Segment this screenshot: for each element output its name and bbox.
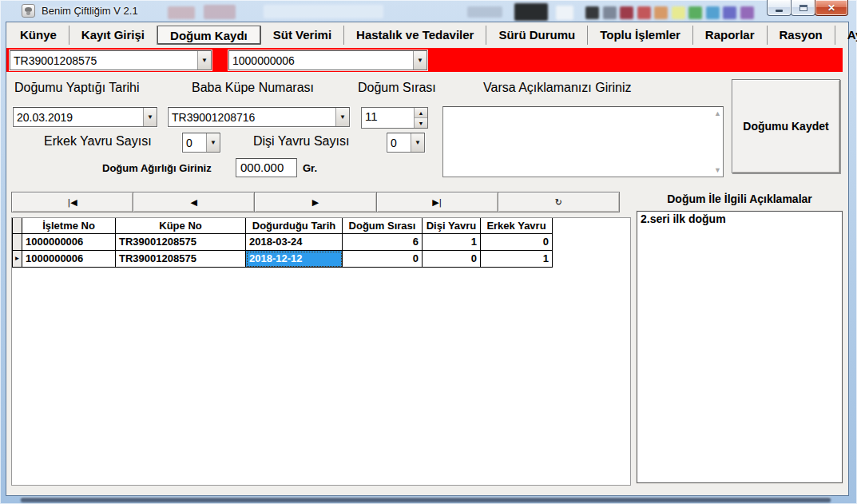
female-count-label: Dişi Yavru Sayısı: [253, 134, 349, 149]
glass-artifact: [706, 6, 720, 19]
nav-last-button[interactable]: ▶|: [376, 192, 498, 212]
female-count-value: 0: [387, 137, 411, 149]
grid-cell[interactable]: TR39001208575: [116, 251, 246, 268]
glass-artifact: [603, 6, 617, 19]
glass-artifact: [654, 6, 668, 19]
grid-cell[interactable]: 2018-03-24: [246, 234, 343, 251]
birth-weight-input[interactable]: 000.000: [236, 158, 297, 177]
table-row[interactable]: ►1000000006TR390012085752018-12-12001: [12, 251, 630, 268]
table-row[interactable]: 1000000006TR390012085752018-03-24610: [12, 234, 630, 251]
farm-no-combobox[interactable]: 1000000006 ▼: [228, 50, 427, 70]
note-label: Varsa Açıklamanızı Giriniz: [483, 81, 632, 95]
app-window: Benim Çiftliğim V 2.1 ✕ KünyeKayıt Giriş…: [0, 0, 857, 504]
maximize-button[interactable]: [791, 0, 815, 16]
chevron-down-icon[interactable]: ▼: [335, 108, 349, 126]
nav-next-button[interactable]: ▶: [254, 192, 376, 212]
tab-suru-durumu[interactable]: Sürü Durumu: [486, 26, 588, 45]
column-header: Dişi Yavru: [423, 218, 481, 234]
animal-selection-bar: TR39001208575 ▼ 1000000006 ▼: [6, 48, 843, 72]
window-controls: ✕: [768, 0, 848, 16]
farm-no-value: 1000000006: [229, 54, 413, 67]
birth-order-value: 11: [362, 108, 414, 128]
tab-raporlar[interactable]: Raporlar: [693, 26, 768, 45]
female-count-combobox[interactable]: 0 ▼: [387, 133, 425, 153]
glass-artifact: [672, 6, 685, 19]
birth-date-picker[interactable]: 20.03.2019 ▼: [13, 107, 157, 127]
last-icon: ▶|: [432, 197, 442, 208]
current-row-pointer-icon: ►: [12, 251, 22, 268]
spinner-buttons: ▲ ▼: [414, 108, 427, 128]
row-gutter: [12, 234, 22, 251]
weight-unit-label: Gr.: [303, 162, 317, 174]
nav-refresh-button[interactable]: ↻: [498, 192, 620, 212]
glass-artifact: [585, 6, 599, 19]
scroll-up-icon[interactable]: ▲: [714, 109, 721, 117]
glass-artifact: [620, 6, 633, 19]
chevron-down-icon[interactable]: ▼: [206, 133, 220, 152]
birth-weight-label: Doğum Ağırlığı Giriniz: [102, 162, 212, 174]
grid-cell[interactable]: 2018-12-12: [246, 251, 343, 268]
male-count-combobox[interactable]: 0 ▼: [182, 133, 220, 153]
minimize-button[interactable]: [767, 0, 792, 16]
grid-cell[interactable]: 0: [423, 251, 481, 268]
column-header: Küpe No: [116, 218, 246, 234]
column-header: Doğum Sırası: [343, 218, 423, 234]
chevron-down-icon[interactable]: ▼: [411, 133, 424, 152]
tab-kunye[interactable]: Künye: [8, 26, 69, 45]
male-count-label: Erkek Yavru Sayısı: [44, 134, 152, 149]
tab-toplu-islemler[interactable]: Toplu İşlemler: [588, 26, 693, 45]
tab-ayarlar[interactable]: Ayarlar: [835, 26, 857, 45]
save-birth-button[interactable]: Doğumu Kaydet: [732, 79, 840, 173]
male-count-value: 0: [183, 137, 206, 149]
grid-cell[interactable]: 1: [423, 234, 481, 251]
scroll-down-icon[interactable]: ▼: [714, 166, 721, 174]
tab-sut-verimi[interactable]: Süt Verimi: [261, 26, 344, 45]
tab-rasyon[interactable]: Rasyon: [768, 26, 835, 45]
animal-tag-combobox[interactable]: TR39001208575 ▼: [10, 50, 212, 70]
app-icon: [22, 4, 35, 18]
tab-hastalik-ve-tedaviler[interactable]: Hastalık ve Tedaviler: [344, 26, 486, 45]
birth-date-value: 20.03.2019: [14, 111, 143, 124]
grid-cell[interactable]: 1: [481, 251, 553, 268]
tab-kayit-girisi[interactable]: Kayıt Girişi: [69, 26, 157, 45]
glass-artifact: [688, 6, 702, 19]
next-icon: ▶: [312, 197, 319, 208]
nav-first-button[interactable]: |◀: [11, 192, 133, 212]
birth-order-label: Doğum Sırası: [358, 81, 436, 95]
grid-cell[interactable]: 0: [481, 234, 553, 251]
close-button[interactable]: ✕: [815, 0, 848, 16]
note-textarea[interactable]: ▲ ▼: [442, 106, 724, 177]
title-bar[interactable]: Benim Çiftliğim V 2.1 ✕: [0, 0, 857, 22]
window-border-smudge: [21, 498, 831, 502]
spinner-up-icon[interactable]: ▲: [415, 108, 427, 118]
grid-header-gutter: [12, 218, 22, 234]
spinner-down-icon[interactable]: ▼: [415, 118, 427, 128]
birth-order-spinner[interactable]: 11 ▲ ▼: [361, 107, 428, 129]
birth-notes-listbox[interactable]: 2.seri ilk doğum: [637, 211, 843, 483]
nav-prev-button[interactable]: ◀: [133, 192, 255, 212]
grid-cell[interactable]: 1000000006: [22, 234, 116, 251]
save-birth-button-label: Doğumu Kaydet: [743, 120, 828, 133]
chevron-down-icon[interactable]: ▼: [143, 108, 157, 126]
list-item[interactable]: 2.seri ilk doğum: [637, 212, 842, 226]
column-header: Erkek Yavru: [481, 218, 553, 234]
chevron-down-icon[interactable]: ▼: [413, 51, 427, 69]
tab-dogum-kaydi[interactable]: Doğum Kaydı: [157, 26, 261, 45]
refresh-icon: ↻: [555, 197, 562, 208]
birth-date-label: Doğumu Yaptığı Tarihi: [14, 81, 140, 95]
maximize-icon: [799, 5, 807, 11]
glass-artifact: [723, 6, 736, 19]
client-area: KünyeKayıt GirişiDoğum KaydıSüt VerimiHa…: [6, 22, 848, 495]
notes-panel-title: Doğum İle İlgili Açıklamalar: [637, 192, 843, 205]
close-icon: ✕: [827, 2, 835, 14]
grid-cell[interactable]: TR39001208575: [116, 234, 246, 251]
column-header: İşletme No: [22, 218, 116, 234]
father-tag-combobox[interactable]: TR39001208716 ▼: [168, 107, 350, 127]
grid-cell[interactable]: 6: [343, 234, 423, 251]
grid-cell[interactable]: 0: [343, 251, 423, 268]
chevron-down-icon[interactable]: ▼: [197, 51, 211, 69]
father-tag-value: TR39001208716: [169, 111, 335, 124]
birth-records-grid[interactable]: İşletme NoKüpe NoDoğurduğu TarihDoğum Sı…: [11, 217, 631, 486]
grid-cell[interactable]: 1000000006: [22, 251, 116, 268]
glass-artifact: [740, 6, 754, 19]
